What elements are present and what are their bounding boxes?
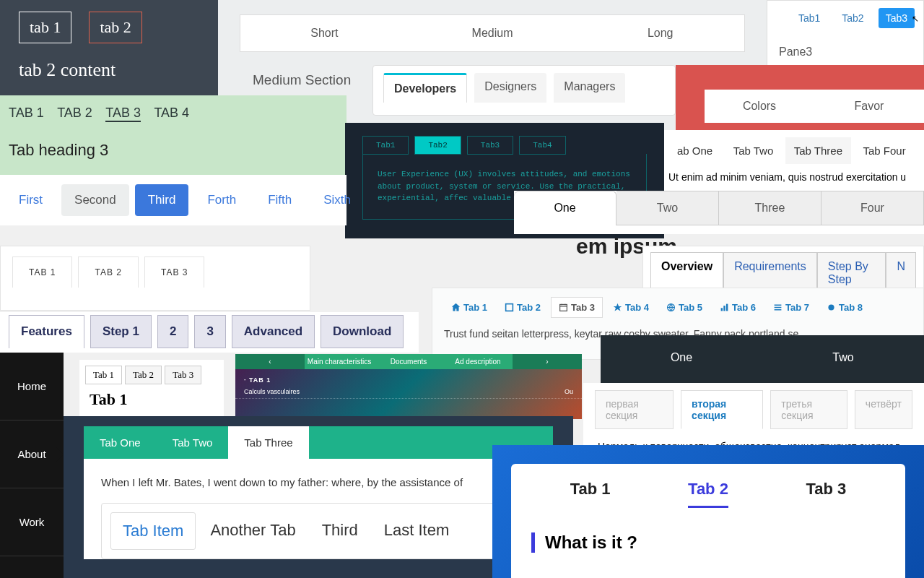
tab-advanced[interactable]: Advanced <box>232 315 315 348</box>
tab-fifth[interactable]: Fifth <box>255 184 305 216</box>
home-icon <box>451 303 461 312</box>
tab-2[interactable]: TAB 2 <box>57 105 92 121</box>
svg-rect-3 <box>721 308 723 311</box>
tab-favor[interactable]: Favor <box>814 90 924 123</box>
tab-5[interactable]: Tab 5 <box>659 297 710 318</box>
tab-1[interactable]: tab 1 <box>19 12 71 43</box>
tab-one[interactable]: ab One <box>668 137 721 164</box>
tab-four[interactable]: Four <box>821 191 924 225</box>
tab-1[interactable]: Tab 1 <box>444 297 494 318</box>
tab-2[interactable]: Tab2 <box>414 136 461 155</box>
tab-2[interactable]: Tab2 <box>834 8 871 28</box>
tab-two[interactable]: Tab Two <box>157 426 229 459</box>
tab-two[interactable]: Two <box>762 335 924 383</box>
tab-2[interactable]: Tab 2 <box>688 480 728 508</box>
tab-3[interactable]: Tab 3 <box>806 480 846 508</box>
tab-item[interactable]: Tab Item <box>110 512 196 550</box>
tab-short[interactable]: Short <box>240 15 409 51</box>
tab-1[interactable]: TAB 1 <box>9 105 44 121</box>
tab-two[interactable]: Tab Two <box>725 137 783 164</box>
nav-work[interactable]: Work <box>0 488 64 556</box>
tab-features[interactable]: Features <box>9 315 84 348</box>
panel-dark-onetwo: One Two <box>601 335 924 383</box>
tab-3[interactable]: TAB 3 <box>144 256 204 288</box>
tab-first[interactable]: First <box>6 184 56 216</box>
tab-managers[interactable]: Managers <box>554 73 625 103</box>
tab-4[interactable]: Tab 4 <box>606 297 656 318</box>
tab-medium[interactable]: Medium <box>409 15 577 51</box>
tab-3[interactable]: Tab3 <box>879 8 915 28</box>
panel-classic-tabs: Tab 1 Tab 2 Tab 3 Tab 1 <box>79 360 224 416</box>
tab-long[interactable]: Long <box>576 15 744 51</box>
tab-heading: Tab 1 <box>79 384 224 415</box>
tab-1[interactable]: Tab1 <box>791 8 827 28</box>
tab-3[interactable]: TAB 3 <box>105 105 141 122</box>
record-icon <box>827 303 836 312</box>
tab-2[interactable]: Tab 2 <box>497 297 548 318</box>
nav-about[interactable]: About <box>0 420 64 488</box>
tab-another[interactable]: Another Tab <box>199 512 307 550</box>
tab-sec3[interactable]: третья секция <box>770 390 847 429</box>
tab-four[interactable]: Tab Four <box>854 137 914 164</box>
tab-one[interactable]: One <box>601 335 762 383</box>
tab-7[interactable]: Tab 7 <box>766 297 816 318</box>
tab-3[interactable]: Tab 3 <box>551 297 603 318</box>
tab-forth[interactable]: Forth <box>194 184 249 216</box>
tab-6[interactable]: Tab 6 <box>712 297 763 318</box>
tab-one[interactable]: One <box>514 191 616 225</box>
tab-download[interactable]: Download <box>321 315 404 348</box>
tab-documents[interactable]: Documents <box>374 354 443 369</box>
tab-second[interactable]: Second <box>61 184 129 216</box>
svg-point-6 <box>828 304 834 310</box>
tab-1[interactable]: Tab1 <box>362 136 409 155</box>
tab-developers[interactable]: Developers <box>383 73 467 103</box>
list-icon <box>773 303 783 312</box>
sub-heading: · TAB 1 <box>235 369 582 385</box>
tab-2[interactable]: 2 <box>157 315 188 348</box>
tab-1[interactable]: TAB 1 <box>12 256 72 288</box>
prev-icon[interactable]: ‹ <box>235 354 305 369</box>
tab-sixth[interactable]: Sixth <box>310 184 364 216</box>
tab-last[interactable]: Last Item <box>372 512 461 550</box>
tab-2[interactable]: TAB 2 <box>78 256 138 288</box>
tab-8[interactable]: Tab 8 <box>819 297 870 318</box>
calendar-icon <box>559 303 568 312</box>
tab-three[interactable]: Tab Three <box>785 137 851 164</box>
tab-sec2[interactable]: вторая секция <box>681 390 763 429</box>
panel-colors-red: Colors Favor <box>676 65 924 137</box>
nav-home[interactable]: Home <box>0 353 64 420</box>
tab-third[interactable]: Third <box>310 512 370 550</box>
tab-three[interactable]: Three <box>719 191 821 225</box>
svg-rect-4 <box>723 306 725 311</box>
tab-main[interactable]: Main characteristics <box>305 354 374 369</box>
tab-4[interactable]: Tab4 <box>519 136 565 155</box>
next-icon[interactable]: › <box>513 354 582 369</box>
tab-one[interactable]: Tab One <box>84 426 157 459</box>
panel-ordinal: First Second Third Forth Fifth Sixth <box>0 175 346 225</box>
tab-1[interactable]: Tab 1 <box>85 366 122 384</box>
nested-tabs: Tab Item Another Tab Third Last Item <box>101 503 536 559</box>
tab-colors[interactable]: Colors <box>705 90 814 123</box>
tab-two[interactable]: Two <box>616 191 719 225</box>
panel-blue-whatisit: Tab 1 Tab 2 Tab 3 What is it ? <box>492 445 924 578</box>
globe-icon <box>666 303 676 312</box>
svg-rect-5 <box>726 304 728 311</box>
tab-designers[interactable]: Designers <box>474 73 546 103</box>
square-icon <box>505 303 514 312</box>
tab-third[interactable]: Third <box>135 184 189 216</box>
tab-3[interactable]: 3 <box>194 315 225 348</box>
tab-1[interactable]: Tab 1 <box>570 480 611 508</box>
tab-2[interactable]: tab 2 <box>89 12 141 43</box>
tab-3[interactable]: Tab3 <box>467 136 513 155</box>
sidebar-nav: Home About Work <box>0 353 64 578</box>
tab-2[interactable]: Tab 2 <box>125 366 162 384</box>
panel-dark-tabs: tab 1 tab 2 tab 2 content <box>0 0 218 95</box>
tab-sec4[interactable]: четвёрт <box>855 390 912 429</box>
tab-4[interactable]: TAB 4 <box>154 105 189 121</box>
tab-three[interactable]: Tab Three <box>228 426 308 459</box>
tab-step1[interactable]: Step 1 <box>90 315 152 348</box>
tab-ad-description[interactable]: Ad description <box>443 354 513 369</box>
panel-upper-tabs: TAB 1 TAB 2 TAB 3 <box>0 246 310 311</box>
tab-sec1[interactable]: первая секция <box>595 390 674 429</box>
tab-3[interactable]: Tab 3 <box>165 366 201 384</box>
